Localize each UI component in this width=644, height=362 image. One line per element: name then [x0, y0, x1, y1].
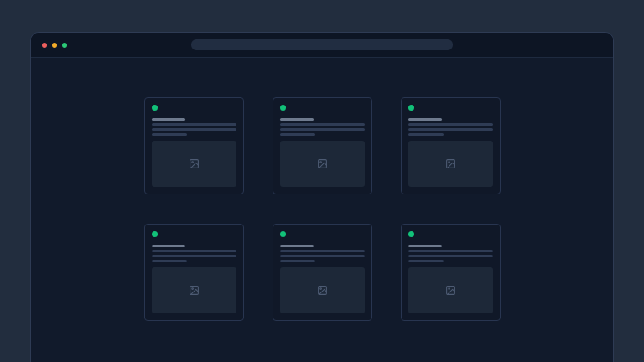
- status-dot: [152, 231, 158, 237]
- skeleton-title-line: [280, 118, 314, 121]
- skeleton-text-line: [408, 255, 493, 257]
- skeleton-text-line: [152, 133, 187, 136]
- skeleton-title-line: [408, 118, 442, 121]
- skeleton-title-line: [280, 245, 314, 247]
- window-controls: [42, 33, 67, 57]
- skeleton-title-line: [408, 245, 442, 247]
- skeleton-text-line: [152, 123, 236, 126]
- minimize-button-icon[interactable]: [52, 43, 57, 48]
- image-icon: [189, 158, 200, 169]
- skeleton-text-line: [152, 128, 236, 131]
- skeleton-text-line: [152, 250, 236, 252]
- image-icon: [317, 158, 328, 169]
- window-titlebar[interactable]: [31, 33, 613, 58]
- image-placeholder: [152, 267, 236, 313]
- image-icon: [317, 285, 328, 296]
- zoom-button-icon[interactable]: [62, 43, 67, 48]
- image-placeholder: [408, 267, 493, 313]
- skeleton-text-line: [408, 123, 493, 126]
- skeleton-text-line: [280, 123, 365, 126]
- status-dot: [152, 105, 158, 111]
- skeleton-text-line: [152, 260, 187, 262]
- status-dot: [408, 231, 414, 237]
- skeleton-text-line: [152, 255, 236, 257]
- skeleton-title-line: [152, 245, 185, 247]
- browser-window: [30, 32, 614, 362]
- status-dot: [280, 231, 286, 237]
- skeleton-text-line: [280, 133, 315, 136]
- skeleton-text-line: [280, 128, 365, 131]
- skeleton-text-line: [408, 250, 493, 252]
- image-placeholder: [280, 267, 365, 313]
- image-placeholder: [152, 141, 236, 187]
- card-grid: [144, 97, 501, 321]
- address-bar[interactable]: [191, 39, 453, 50]
- card[interactable]: [144, 97, 244, 194]
- image-icon: [445, 285, 456, 296]
- close-button-icon[interactable]: [42, 43, 47, 48]
- skeleton-text-line: [408, 260, 444, 262]
- card[interactable]: [273, 224, 372, 321]
- image-icon: [445, 158, 456, 169]
- status-dot: [280, 105, 286, 111]
- image-placeholder: [280, 141, 365, 187]
- skeleton-title-line: [152, 118, 185, 121]
- image-placeholder: [408, 141, 493, 187]
- skeleton-text-line: [408, 128, 493, 131]
- status-dot: [408, 105, 414, 111]
- card[interactable]: [273, 97, 372, 194]
- skeleton-text-line: [280, 255, 365, 257]
- card[interactable]: [401, 224, 501, 321]
- image-icon: [189, 285, 200, 296]
- skeleton-text-line: [280, 250, 365, 252]
- page-content: [31, 58, 613, 321]
- card[interactable]: [144, 224, 244, 321]
- skeleton-text-line: [280, 260, 315, 262]
- skeleton-text-line: [408, 133, 444, 136]
- card[interactable]: [401, 97, 501, 194]
